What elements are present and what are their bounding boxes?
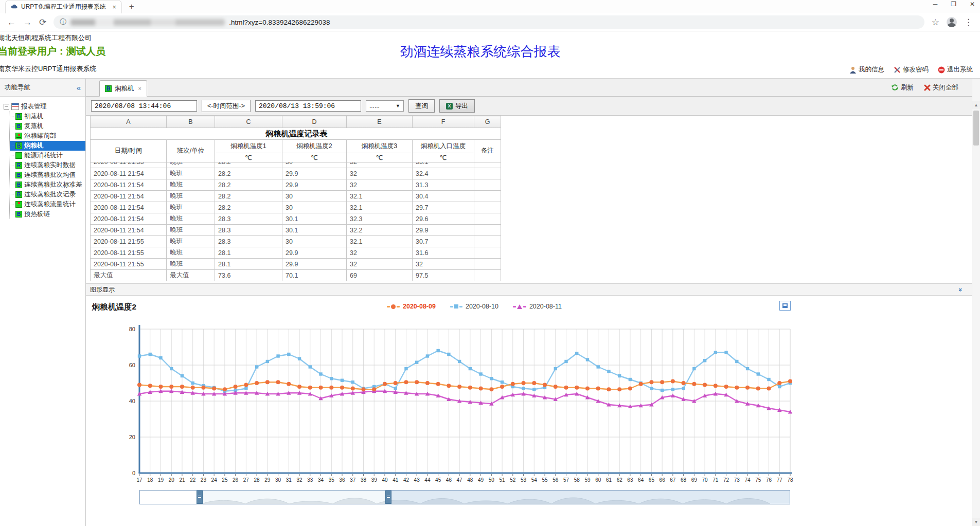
reload-button[interactable]: ⟳ bbox=[39, 18, 46, 27]
back-button[interactable]: ← bbox=[7, 18, 16, 27]
table-cell: 33.1 bbox=[413, 162, 474, 168]
tree-expander-icon[interactable] bbox=[4, 104, 9, 110]
refresh-button[interactable]: 刷新 bbox=[891, 83, 914, 92]
time-range-button[interactable]: <-时间范围-> bbox=[202, 100, 251, 112]
sidebar-item-连续蒸粮流量统计[interactable]: 连续蒸粮流量统计 bbox=[10, 199, 85, 209]
svg-text:43: 43 bbox=[414, 477, 420, 483]
end-time-input[interactable] bbox=[255, 100, 361, 112]
browser-tab[interactable]: URPT免编程工业通用报表系统 × bbox=[5, 0, 122, 13]
navigator-left-handle[interactable] bbox=[197, 491, 203, 504]
browser-menu-icon[interactable]: ⋮ bbox=[964, 18, 973, 27]
svg-text:38: 38 bbox=[361, 477, 367, 483]
scrollbar-thumb[interactable] bbox=[973, 111, 979, 146]
scrollbar-down-button[interactable]: ▼ bbox=[972, 518, 980, 526]
svg-text:64: 64 bbox=[638, 477, 644, 483]
column-letter-row: ABCDEFG bbox=[91, 116, 501, 128]
page-info-icon[interactable]: ⓘ bbox=[60, 17, 66, 27]
dropdown-arrow-icon: ▼ bbox=[396, 103, 400, 108]
save-chart-button[interactable] bbox=[779, 301, 791, 311]
window-maximize-button[interactable]: ❐ bbox=[951, 1, 956, 8]
table-cell: 28.3 bbox=[215, 225, 282, 236]
collapse-chart-chevron-icon[interactable]: » bbox=[957, 287, 965, 291]
sidebar-item-泡粮罐前部[interactable]: 泡粮罐前部 bbox=[10, 131, 85, 141]
logout-button[interactable]: 退出系统 bbox=[938, 65, 973, 74]
tab-close-icon[interactable]: × bbox=[138, 85, 141, 92]
start-time-input[interactable] bbox=[91, 100, 197, 112]
table-title-row: 焖粮机温度记录表 bbox=[91, 128, 501, 140]
svg-text:39: 39 bbox=[371, 477, 378, 483]
table-cell: 31.3 bbox=[413, 179, 474, 191]
sidebar-item-连续蒸粮批次记录[interactable]: B连续蒸粮批次记录 bbox=[10, 190, 85, 199]
browser-window: URPT免编程工业通用报表系统 × + ─ ❐ ✕ ← → ⟳ ⓘ .html?… bbox=[0, 0, 980, 526]
chart-navigator[interactable] bbox=[139, 490, 790, 504]
unit-cell: ℃ bbox=[347, 153, 413, 162]
new-tab-button[interactable]: + bbox=[129, 0, 134, 13]
navigator-selected-range[interactable] bbox=[140, 491, 200, 504]
scrollbar-up-button[interactable]: ▲ bbox=[972, 101, 980, 109]
table-cell: 31.6 bbox=[413, 247, 474, 259]
sidebar-item-焖粮机[interactable]: B焖粮机 bbox=[10, 141, 85, 151]
tab-menliangji[interactable]: B 焖粮机 × bbox=[99, 80, 147, 97]
sidebar-item-初蒸机[interactable]: B初蒸机 bbox=[10, 112, 85, 121]
sidebar-title: 功能导航 bbox=[5, 83, 30, 92]
navigator-right-handle[interactable] bbox=[385, 491, 391, 504]
tree-root-row[interactable]: 报表管理 bbox=[4, 101, 85, 112]
user-icon bbox=[849, 66, 857, 74]
svg-text:42: 42 bbox=[403, 477, 409, 483]
page-scrollbar[interactable]: ▲ ▼ bbox=[972, 79, 980, 526]
svg-text:34: 34 bbox=[318, 477, 324, 483]
table-cell: 32 bbox=[347, 162, 413, 168]
report-folder-icon bbox=[11, 103, 19, 110]
svg-text:65: 65 bbox=[649, 477, 655, 483]
sidebar-item-能源消耗统计[interactable]: 能源消耗统计 bbox=[10, 151, 85, 160]
legend-item-2020-08-10[interactable]: 2020-08-10 bbox=[450, 303, 498, 310]
close-all-button[interactable]: 关闭全部 bbox=[924, 83, 958, 92]
bookmark-star-icon[interactable]: ☆ bbox=[932, 18, 939, 27]
address-bar[interactable]: ⓘ .html?xyz=0.8339242686229038 bbox=[54, 15, 924, 29]
tools-icon bbox=[894, 66, 901, 74]
legend-item-2020-08-09[interactable]: 2020-08-09 bbox=[387, 303, 436, 310]
tab-close-icon[interactable]: × bbox=[113, 4, 116, 11]
svg-text:0: 0 bbox=[132, 470, 135, 476]
svg-text:35: 35 bbox=[329, 477, 335, 483]
sidebar-collapse-icon[interactable]: « bbox=[77, 83, 81, 92]
table-cell: 30 bbox=[282, 202, 347, 213]
table-cell: 32 bbox=[347, 179, 413, 191]
svg-text:59: 59 bbox=[584, 477, 591, 483]
url-redacted-blur bbox=[70, 19, 225, 26]
profile-avatar-icon[interactable] bbox=[947, 17, 957, 27]
change-password-button[interactable]: 修改密码 bbox=[894, 65, 929, 74]
window-close-button[interactable]: ✕ bbox=[970, 1, 975, 8]
query-button[interactable]: 查询 bbox=[408, 99, 435, 113]
forward-button[interactable]: → bbox=[23, 18, 32, 27]
browser-tab-strip: URPT免编程工业通用报表系统 × + ─ ❐ ✕ bbox=[0, 0, 980, 13]
sidebar-item-复蒸机[interactable]: B复蒸机 bbox=[10, 121, 85, 131]
svg-text:56: 56 bbox=[553, 477, 559, 483]
sidebar-item-连续蒸粮批次均值[interactable]: B连续蒸粮批次均值 bbox=[10, 170, 85, 180]
sidebar-item-连续蒸粮实时数据[interactable]: R连续蒸粮实时数据 bbox=[10, 160, 85, 170]
svg-text:75: 75 bbox=[755, 477, 761, 483]
table-cell: 晚班 bbox=[167, 236, 215, 247]
unit-cell: ℃ bbox=[413, 153, 474, 162]
svg-text:18: 18 bbox=[147, 477, 153, 483]
my-info-button[interactable]: 我的信息 bbox=[849, 65, 884, 74]
table-cell bbox=[474, 270, 501, 281]
sidebar-item-连续蒸粮批次标准差[interactable]: B连续蒸粮批次标准差 bbox=[10, 180, 85, 190]
column-letter: F bbox=[413, 116, 474, 128]
svg-text:41: 41 bbox=[393, 477, 399, 483]
export-button[interactable]: X 导出 bbox=[439, 99, 475, 113]
content-body: 功能导航 « 报表管理 B初蒸机B复蒸机泡粮罐前部B焖粮机能源消耗统计R连续蒸粮… bbox=[0, 78, 980, 526]
table-cell: 73.6 bbox=[215, 270, 282, 281]
report-b-icon: B bbox=[15, 182, 22, 188]
sidebar-item-预热板链[interactable]: B预热板链 bbox=[10, 209, 85, 219]
svg-text:57: 57 bbox=[563, 477, 569, 483]
report-b-icon: B bbox=[15, 113, 22, 120]
filter-select[interactable]: ...... ▼ bbox=[366, 100, 404, 112]
table-cell: 30.7 bbox=[413, 236, 474, 247]
svg-text:31: 31 bbox=[286, 477, 292, 483]
window-minimize-button[interactable]: ─ bbox=[933, 1, 938, 8]
query-toolbar: <-时间范围-> ...... ▼ 查询 X 导出 bbox=[86, 97, 972, 116]
legend-item-2020-08-11[interactable]: 2020-08-11 bbox=[513, 303, 562, 310]
table-cell: 30 bbox=[282, 191, 347, 202]
svg-text:40: 40 bbox=[129, 398, 135, 404]
